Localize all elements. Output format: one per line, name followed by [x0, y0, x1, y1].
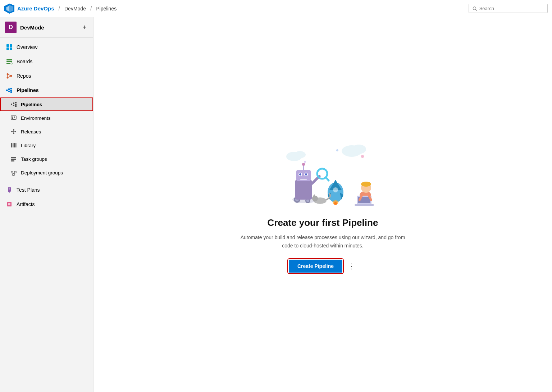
- svg-point-83: [305, 173, 307, 176]
- svg-rect-36: [15, 105, 17, 107]
- search-input[interactable]: [479, 6, 544, 11]
- boards-icon: [6, 58, 13, 65]
- svg-rect-31: [11, 104, 12, 105]
- svg-point-90: [333, 187, 338, 192]
- breadcrumb-pipelines[interactable]: Pipelines: [96, 6, 117, 12]
- azure-devops-logo-icon: [4, 4, 14, 14]
- svg-rect-37: [11, 116, 16, 119]
- search-icon: [473, 6, 477, 11]
- svg-rect-7: [6, 47, 9, 50]
- sidebar-label-pipelines-section: Pipelines: [17, 87, 38, 93]
- library-icon: [10, 142, 17, 149]
- svg-rect-10: [6, 61, 12, 62]
- svg-point-75: [306, 199, 309, 202]
- sidebar-item-environments[interactable]: Environments: [0, 111, 93, 125]
- svg-point-97: [361, 182, 371, 187]
- breadcrumb-sep2: /: [90, 5, 92, 12]
- sidebar-label-environments: Environments: [21, 115, 51, 121]
- environments-icon: [10, 114, 17, 122]
- sidebar-label-taskgroups: Task groups: [21, 156, 47, 162]
- svg-point-68: [361, 155, 364, 158]
- svg-rect-6: [10, 44, 12, 47]
- add-project-button[interactable]: +: [81, 23, 88, 32]
- svg-rect-34: [15, 102, 17, 103]
- svg-line-30: [10, 91, 10, 92]
- svg-rect-38: [12, 117, 13, 118]
- topbar: Azure DevOps / DevMode / Pipelines: [0, 0, 552, 17]
- svg-rect-100: [355, 204, 374, 206]
- svg-point-14: [7, 77, 9, 79]
- breadcrumb-devmode[interactable]: DevMode: [64, 6, 86, 12]
- empty-state-actions: Create Pipeline ⋮: [237, 260, 409, 273]
- svg-line-4: [476, 9, 477, 10]
- svg-line-25: [8, 89, 8, 90]
- svg-point-104: [312, 196, 318, 201]
- sidebar-label-artifacts: Artifacts: [17, 201, 35, 207]
- svg-rect-57: [13, 174, 14, 176]
- svg-line-87: [326, 177, 329, 181]
- search-box[interactable]: [469, 4, 548, 13]
- svg-point-44: [15, 131, 16, 132]
- svg-rect-9: [6, 59, 12, 60]
- breadcrumb-sep1: /: [59, 5, 60, 12]
- svg-rect-22: [10, 88, 12, 89]
- svg-rect-8: [10, 47, 12, 50]
- svg-point-45: [13, 133, 14, 134]
- empty-state-description: Automate your build and release processe…: [237, 233, 409, 250]
- svg-point-70: [304, 161, 306, 163]
- svg-point-94: [334, 202, 337, 205]
- svg-rect-23: [10, 90, 12, 91]
- svg-rect-20: [8, 88, 10, 90]
- sidebar-item-testplans[interactable]: Test Plans: [0, 183, 93, 197]
- sidebar-section-pipelines[interactable]: Pipelines: [0, 83, 93, 97]
- svg-rect-84: [300, 179, 307, 180]
- svg-line-27: [10, 88, 10, 89]
- sidebar-item-deploygroups[interactable]: Deployment groups: [0, 166, 93, 179]
- empty-state-heading: Create your first Pipeline: [237, 217, 409, 228]
- svg-rect-5: [6, 44, 9, 47]
- empty-state: Create your first Pipeline Automate your…: [229, 122, 416, 287]
- sidebar-item-pipelines[interactable]: Pipelines: [0, 97, 93, 111]
- main-layout: D DevMode + Overview Boards: [0, 17, 552, 392]
- more-options-button[interactable]: ⋮: [347, 260, 357, 272]
- pipelines-section-icon: [6, 87, 13, 94]
- svg-rect-53: [11, 159, 16, 160]
- sidebar-item-boards[interactable]: Boards: [0, 54, 93, 69]
- svg-point-81: [299, 173, 301, 176]
- svg-rect-40: [12, 118, 13, 119]
- sidebar-label-library: Library: [21, 143, 36, 148]
- sidebar-item-overview[interactable]: Overview: [0, 40, 93, 54]
- sidebar-item-library[interactable]: Library: [0, 138, 93, 152]
- topbar-logo[interactable]: Azure DevOps: [4, 4, 54, 14]
- sidebar-item-repos[interactable]: Repos: [0, 69, 93, 83]
- svg-point-13: [7, 73, 9, 75]
- svg-rect-39: [14, 117, 15, 118]
- main-content: Create your first Pipeline Automate your…: [93, 17, 552, 392]
- artifacts-icon: [6, 201, 13, 208]
- sidebar-label-testplans: Test Plans: [17, 187, 40, 193]
- svg-rect-11: [6, 63, 10, 64]
- sidebar-item-artifacts[interactable]: Artifacts: [0, 197, 93, 211]
- sidebar-label-repos: Repos: [17, 73, 31, 79]
- svg-point-69: [336, 149, 338, 151]
- svg-rect-33: [13, 105, 14, 106]
- svg-point-67: [294, 151, 306, 158]
- sidebar-label-boards: Boards: [17, 59, 32, 64]
- sidebar-project-header: D DevMode +: [0, 17, 93, 38]
- releases-icon: [10, 128, 17, 135]
- svg-rect-51: [15, 143, 17, 147]
- svg-point-79: [302, 163, 305, 166]
- create-pipeline-button[interactable]: Create Pipeline: [289, 260, 342, 273]
- svg-rect-35: [15, 104, 17, 105]
- sidebar-nav: Overview Boards Repos: [0, 38, 93, 214]
- svg-rect-52: [11, 157, 16, 158]
- taskgroups-icon: [10, 155, 17, 163]
- svg-rect-24: [10, 91, 12, 93]
- svg-line-29: [10, 90, 10, 91]
- svg-rect-56: [14, 171, 16, 173]
- avatar: D: [5, 22, 17, 33]
- sidebar-label-releases: Releases: [21, 129, 41, 135]
- sidebar-item-taskgroups[interactable]: Task groups: [0, 152, 93, 166]
- svg-rect-55: [11, 171, 13, 173]
- sidebar-item-releases[interactable]: Releases: [0, 125, 93, 138]
